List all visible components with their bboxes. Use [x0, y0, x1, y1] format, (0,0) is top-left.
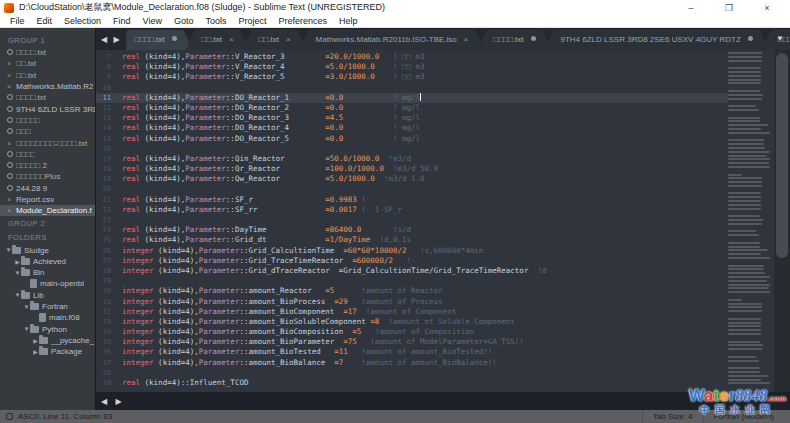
code-line[interactable]: 11real (kind=4),Parameter::DO_Reactor_1 … — [96, 93, 728, 103]
open-file-item[interactable]: □□.txt — [0, 70, 95, 81]
code-lines[interactable]: 7real (kind=4),Parameter::V_Reactor_3 =2… — [96, 52, 728, 388]
code-line[interactable]: 29 — [96, 276, 728, 286]
open-file-item[interactable]: □□□ — [0, 126, 95, 137]
tab-modified-dot-icon[interactable] — [531, 36, 536, 41]
code-line[interactable]: 21real (kind=4),Parameter::SF_r =0.9983 … — [96, 195, 728, 205]
code-line[interactable]: 24real (kind=4),Parameter::DayTime =8640… — [96, 225, 728, 235]
close-button[interactable]: × — [748, 1, 786, 15]
file-dot-icon[interactable] — [7, 128, 16, 135]
vertical-scrollbar-thumb[interactable] — [776, 53, 788, 258]
file-dot-icon[interactable] — [7, 151, 16, 158]
code-line[interactable]: 34integer (kind=4),Parameter::amount_Bio… — [96, 327, 728, 337]
code-line[interactable]: 23 — [96, 215, 728, 225]
tree-folder[interactable]: ▶Package — [0, 346, 95, 357]
code-line[interactable]: 18real (kind=4),Parameter::Qr_Reactor =1… — [96, 164, 728, 174]
tab[interactable]: □□□□.txt — [126, 30, 193, 50]
menu-edit[interactable]: Edit — [31, 15, 59, 27]
code-line[interactable]: 14real (kind=4),Parameter::DO_Reactor_4 … — [96, 123, 728, 133]
tree-folder[interactable]: ▼Lib — [0, 290, 95, 301]
tab-close-icon[interactable]: × — [464, 35, 469, 44]
code-editor[interactable]: 7real (kind=4),Parameter::V_Reactor_3 =2… — [96, 50, 790, 392]
tree-folder[interactable]: ▶__pycache_ — [0, 335, 95, 346]
file-dot-icon[interactable] — [7, 94, 16, 101]
file-close-icon[interactable] — [7, 207, 16, 214]
code-line[interactable]: 38 — [96, 368, 728, 378]
file-dot-icon[interactable] — [7, 117, 16, 124]
expander-icon[interactable]: ▼ — [5, 247, 12, 253]
tree-folder[interactable]: ▼Fortran — [0, 301, 95, 312]
tab[interactable]: 9TH4 6ZLD LSSR 3RD8 2SE6 USXV 4GUY RDTZ — [545, 30, 769, 50]
code-line[interactable]: 25real (kind=4),Parameter::Grid_dt =1/Da… — [96, 235, 728, 245]
code-line[interactable]: 30integer (kind=4),Parameter::amount_Rea… — [96, 286, 728, 296]
file-dot-icon[interactable] — [7, 162, 16, 169]
tab[interactable]: □□□□.txt — [478, 30, 552, 50]
tab-close-icon[interactable]: × — [286, 35, 291, 44]
code-line[interactable]: 33integer (kind=4),Parameter::amount_Bio… — [96, 317, 728, 327]
file-dot-icon[interactable] — [7, 173, 16, 180]
minimap[interactable] — [728, 52, 772, 392]
code-line[interactable]: 12real (kind=4),Parameter::DO_Reactor_2 … — [96, 103, 728, 113]
menu-preferences[interactable]: Preferences — [272, 15, 333, 27]
menu-project[interactable]: Project — [232, 15, 272, 27]
tab-modified-dot-icon[interactable] — [748, 36, 753, 41]
code-line[interactable]: 19real (kind=4),Parameter::Qw_Reactor =5… — [96, 174, 728, 184]
expander-icon[interactable]: ▶ — [32, 348, 39, 355]
tree-folder[interactable]: ▼Sludge — [0, 244, 95, 255]
menu-selection[interactable]: Selection — [58, 15, 107, 27]
code-line[interactable]: 20 — [96, 184, 728, 194]
file-dot-icon[interactable] — [7, 106, 16, 113]
vertical-scrollbar[interactable] — [774, 50, 790, 392]
open-file-item[interactable]: □□□□.txt — [0, 47, 95, 58]
file-dot-icon[interactable] — [7, 185, 16, 192]
code-line[interactable]: 35integer (kind=4),Parameter::amount_Bio… — [96, 337, 728, 347]
expander-icon[interactable]: ▼ — [23, 304, 30, 310]
tree-folder[interactable]: ▶Achieved — [0, 256, 95, 267]
maximize-button[interactable]: ❐ — [710, 1, 748, 15]
tab-overflow-button[interactable]: ▼ — [776, 34, 784, 43]
open-file-item[interactable]: Module_Declaration.f — [0, 205, 95, 216]
code-line[interactable]: 7real (kind=4),Parameter::V_Reactor_3 =2… — [96, 52, 728, 62]
file-close-icon[interactable] — [7, 140, 16, 147]
code-line[interactable]: 31integer (kind=4),Parameter::amount_Bio… — [96, 297, 728, 307]
code-line[interactable]: 22real (kind=4),Parameter::SF_rr =0.0017… — [96, 205, 728, 215]
tab[interactable]: □□.txt× — [243, 30, 307, 50]
tab[interactable]: Mathworks.Matlab.R2011b.ISO-TBE.iso× — [300, 30, 485, 50]
menu-help[interactable]: Help — [333, 15, 364, 27]
tab-scroll-arrows[interactable]: ◀ ▶ — [99, 35, 126, 44]
minimize-button[interactable]: – — [672, 1, 710, 15]
open-file-item[interactable]: □□□□□ 2 — [0, 160, 95, 171]
code-line[interactable]: 9real (kind=4),Parameter::V_Reactor_5 =3… — [96, 72, 728, 82]
expander-icon[interactable]: ▼ — [14, 270, 21, 276]
file-dot-icon[interactable] — [7, 49, 16, 56]
file-close-icon[interactable] — [7, 196, 16, 203]
code-line[interactable]: 17real (kind=4),Parameter::Qin_Reactor =… — [96, 154, 728, 164]
menu-find[interactable]: Find — [107, 15, 137, 27]
code-line[interactable]: 16 — [96, 144, 728, 154]
code-line[interactable]: 10 — [96, 83, 728, 93]
tree-file[interactable]: main-openbl — [0, 278, 95, 289]
code-line[interactable]: 13real (kind=4),Parameter::DO_Reactor_3 … — [96, 113, 728, 123]
code-line[interactable]: 15real (kind=4),Parameter::DO_Reactor_5 … — [96, 134, 728, 144]
open-file-item[interactable]: □□□□.txt — [0, 92, 95, 103]
menu-goto[interactable]: Goto — [168, 15, 200, 27]
menu-tools[interactable]: Tools — [199, 15, 232, 27]
open-file-item[interactable]: 9TH4 6ZLD LSSR 3RD — [0, 103, 95, 114]
horizontal-scrollbar[interactable]: ◀ ▶ — [96, 392, 790, 410]
tree-folder[interactable]: ▼Python — [0, 324, 95, 335]
open-file-item[interactable]: □□□□□□Plus — [0, 171, 95, 182]
expander-icon[interactable]: ▼ — [23, 326, 30, 332]
code-line[interactable]: 8real (kind=4),Parameter::V_Reactor_4 =5… — [96, 62, 728, 72]
expander-icon[interactable]: ▶ — [14, 258, 21, 265]
file-close-icon[interactable] — [7, 72, 16, 79]
hscroll-arrows-icon[interactable]: ◀ ▶ — [101, 397, 125, 406]
open-file-item[interactable]: Mathworks.Matlab.R2 — [0, 81, 95, 92]
code-line[interactable]: 27integer (kind=4),Parameter::Grid_Trace… — [96, 256, 728, 266]
menu-view[interactable]: View — [137, 15, 168, 27]
code-line[interactable]: 36integer (kind=4),Parameter::amount_Bio… — [96, 347, 728, 357]
tab-size-button[interactable]: Tab Size: 4 — [642, 410, 703, 423]
status-icon[interactable] — [6, 413, 13, 420]
menu-file[interactable]: File — [4, 15, 31, 27]
code-line[interactable]: 28integer (kind=4),Parameter::Grid_dTrac… — [96, 266, 728, 276]
code-line[interactable]: 37integer (kind=4),Parameter::amount_Bio… — [96, 358, 728, 368]
open-file-item[interactable]: 244.28 9 — [0, 183, 95, 194]
